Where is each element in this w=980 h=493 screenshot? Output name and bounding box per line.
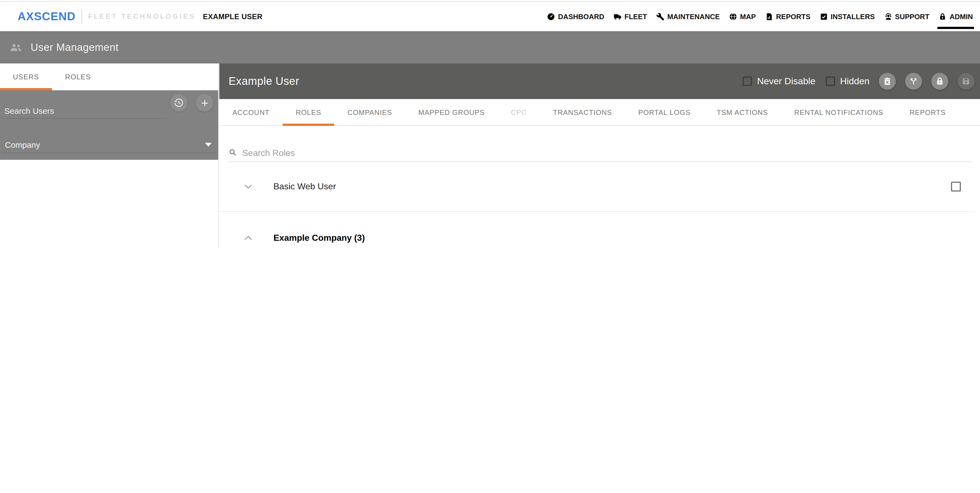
role-label: Basic Web User: [274, 181, 336, 191]
user-detail-actions: Never Disable Hidden: [743, 73, 975, 90]
user-detail-header: Example User Never Disable Hidden: [219, 64, 980, 99]
add-user-button[interactable]: [196, 94, 213, 112]
lock-user-button[interactable]: [931, 73, 948, 90]
nav-item-support[interactable]: SUPPORT: [884, 12, 929, 21]
delete-user-button[interactable]: [879, 73, 896, 90]
nav-item-dashboard[interactable]: DASHBOARD: [547, 12, 604, 21]
nav-item-label: FLEET: [625, 12, 647, 21]
nav-item-label: ADMIN: [950, 12, 973, 21]
truck-icon: [614, 12, 622, 21]
user-detail-title: Example User: [229, 75, 299, 88]
brand[interactable]: AXSCEND FLEET TECHNOLOGIES EXAMPLE USER: [18, 9, 262, 24]
headset-icon: [884, 12, 892, 21]
nav-item-admin[interactable]: ADMIN: [939, 12, 973, 21]
never-disable-label: Never Disable: [757, 76, 816, 87]
brand-divider: [81, 9, 82, 24]
company-dropdown[interactable]: Company: [1, 136, 216, 153]
app-root: AXSCEND FLEET TECHNOLOGIES EXAMPLE USER …: [0, 0, 980, 247]
nav-items: DASHBOARD FLEET MAINTENANCE MAP REPORTS …: [547, 12, 973, 21]
wrench-icon: [656, 12, 665, 21]
user-detail-tabs: ACCOUNT ROLES COMPANIES MAPPED GROUPS CP…: [219, 99, 980, 126]
hidden-checkbox[interactable]: [826, 77, 835, 86]
company-dropdown-label: Company: [5, 140, 40, 149]
split-merge-button[interactable]: [905, 73, 922, 90]
tab-reports[interactable]: REPORTS: [896, 99, 959, 125]
nav-item-label: INSTALLERS: [831, 12, 875, 21]
nav-item-label: SUPPORT: [895, 12, 929, 21]
main-panel: Example User Never Disable Hidden: [219, 64, 980, 247]
navbar-context-user: EXAMPLE USER: [203, 12, 262, 21]
nav-item-label: REPORTS: [776, 12, 810, 21]
top-navbar: AXSCEND FLEET TECHNOLOGIES EXAMPLE USER …: [0, 2, 980, 31]
tab-account[interactable]: ACCOUNT: [219, 99, 283, 125]
trash-x-icon: [883, 77, 892, 86]
roles-list: Basic Web User Example Company (3) Examp…: [219, 161, 980, 247]
split-icon: [909, 77, 918, 86]
history-button[interactable]: [170, 94, 188, 112]
globe-icon: [729, 12, 737, 21]
sidebar-panel-buttons: [170, 94, 213, 112]
plus-icon: [199, 98, 210, 108]
search-roles-input[interactable]: [241, 148, 972, 159]
people-icon: [9, 41, 22, 54]
history-icon: [173, 97, 184, 108]
tab-roles[interactable]: ROLES: [283, 99, 334, 125]
check-square-icon: [820, 12, 828, 21]
tab-transactions[interactable]: TRANSACTIONS: [540, 99, 625, 125]
nav-item-label: MAINTENANCE: [667, 12, 720, 21]
search-users-input[interactable]: [3, 104, 167, 119]
tab-tsm-actions[interactable]: TSM ACTIONS: [703, 99, 781, 125]
sidebar-tab-users[interactable]: USERS: [0, 64, 52, 90]
dashboard-icon: [547, 12, 555, 21]
tab-mapped-groups[interactable]: MAPPED GROUPS: [405, 99, 498, 125]
lock-icon: [935, 77, 945, 86]
sidebar: USERS ROLES Company 1/66: [0, 64, 219, 247]
page-banner: User Management: [0, 31, 980, 64]
nav-item-installers[interactable]: INSTALLERS: [820, 12, 875, 21]
page-title: User Management: [30, 41, 119, 53]
role-row-basic-web-user[interactable]: Basic Web User: [219, 161, 975, 212]
nav-item-label: MAP: [740, 12, 756, 21]
nav-item-label: DASHBOARD: [558, 12, 604, 21]
brand-logo[interactable]: AXSCEND: [18, 10, 75, 23]
tab-companies[interactable]: COMPANIES: [334, 99, 405, 125]
nav-item-reports[interactable]: REPORTS: [765, 12, 810, 21]
brand-tagline: FLEET TECHNOLOGIES: [88, 13, 196, 20]
tab-cpc: CPC: [498, 99, 540, 125]
chevron-down-icon: [205, 142, 212, 146]
nav-item-map[interactable]: MAP: [729, 12, 756, 21]
never-disable-checkbox[interactable]: [743, 77, 752, 86]
sidebar-tab-roles[interactable]: ROLES: [52, 64, 104, 90]
hidden-label: Hidden: [840, 76, 870, 87]
search-roles-field: [229, 145, 972, 162]
role-group-label: Example Company (3): [274, 233, 365, 243]
nav-item-fleet[interactable]: FLEET: [614, 12, 647, 21]
sidebar-tabs: USERS ROLES: [0, 64, 218, 90]
lock-icon: [939, 12, 947, 21]
role-group-example-company[interactable]: Example Company (3): [219, 212, 975, 247]
chevron-up-icon[interactable]: [245, 236, 252, 240]
tab-rental-notifications[interactable]: RENTAL NOTIFICATIONS: [781, 99, 897, 125]
role-checkbox[interactable]: [951, 181, 961, 191]
tab-portal-logs[interactable]: PORTAL LOGS: [625, 99, 703, 125]
chevron-down-icon[interactable]: [245, 184, 252, 188]
nav-item-maintenance[interactable]: MAINTENANCE: [656, 12, 720, 21]
save-user-button[interactable]: [958, 73, 975, 90]
search-icon: [229, 148, 237, 158]
sidebar-filter-panel: Company: [0, 90, 218, 160]
save-icon: [961, 77, 971, 86]
report-icon: [765, 12, 773, 21]
